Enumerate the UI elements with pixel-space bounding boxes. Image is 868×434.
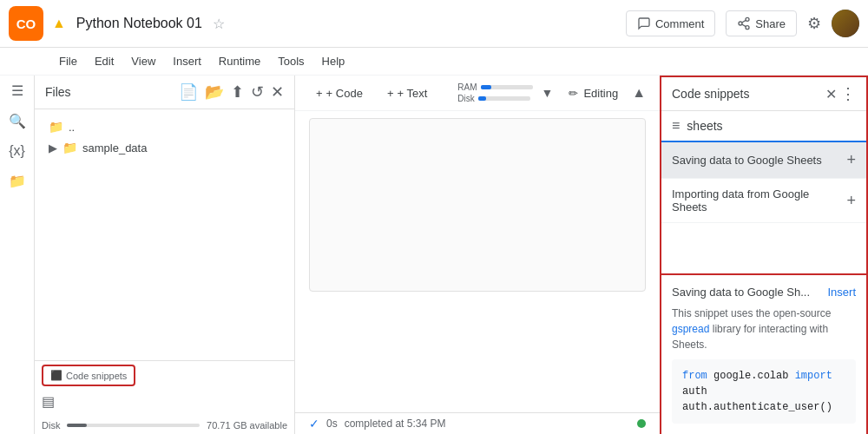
notebook-title: Python Notebook 01 [76, 16, 202, 31]
disk-progress-toolbar [478, 96, 530, 101]
hamburger-icon[interactable]: ☰ [11, 82, 23, 99]
editing-label: Editing [583, 87, 618, 100]
notebook-status-bar: ✓ 0s completed at 5:34 PM [295, 412, 660, 434]
disk-row: Disk [457, 94, 532, 103]
add-text-label: + Text [397, 87, 427, 100]
tree-item-sample-data[interactable]: ▶ 📁 sample_data [35, 137, 294, 158]
folder-icon-parent: 📁 [49, 120, 63, 134]
ram-disk-dropdown-button[interactable]: ▼ [540, 84, 556, 102]
insert-button[interactable]: Insert [827, 286, 856, 299]
status-completed: completed at 5:34 PM [345, 418, 446, 430]
add-code-button[interactable]: + + Code [309, 83, 370, 103]
snippet-item-0-label: Saving data to Google Sheets [672, 154, 822, 167]
ram-progress [481, 85, 533, 89]
notebook-cells [295, 111, 660, 412]
snippets-detail-title: Saving data to Google Sh... Insert [672, 286, 856, 299]
menu-runtime[interactable]: Runtime [212, 51, 267, 71]
settings-button[interactable]: ⚙ [807, 14, 821, 33]
snippet-item-1[interactable]: Importing data from Google Sheets + [661, 179, 866, 223]
snippets-detail: Saving data to Google Sh... Insert This … [661, 275, 866, 434]
snippets-search-input[interactable] [687, 119, 856, 133]
refresh-button[interactable]: ↺ [251, 82, 264, 102]
svg-line-4 [742, 20, 746, 23]
share-icon [737, 16, 751, 30]
status-time: 0s [326, 418, 338, 430]
disk-progress-bar [67, 424, 200, 427]
code-snippets-small-icon: ⬛ [50, 370, 62, 381]
snippets-header-actions: ✕ ⋮ [825, 84, 856, 103]
sidebar-header: Files 📄 📂 ⬆ ↺ ✕ [35, 76, 294, 109]
top-bar: CO ▲ Python Notebook 01 ☆ Comment Share … [0, 0, 868, 48]
search-icon[interactable]: 🔍 [9, 113, 26, 129]
sidebar: Files 📄 📂 ⬆ ↺ ✕ 📁 .. ▶ 📁 sample_data ⬛ [35, 76, 295, 434]
status-checkmark: ✓ [309, 417, 319, 431]
snippet-expand-0[interactable]: + [846, 151, 856, 169]
drive-icon: ▲ [52, 16, 66, 31]
notebook-toolbar: + + Code + + Text RAM Disk [295, 76, 660, 111]
comment-button[interactable]: Comment [626, 10, 715, 36]
menu-edit[interactable]: Edit [88, 51, 121, 71]
plus-code-icon: + [316, 87, 323, 100]
ram-label: RAM [457, 82, 477, 92]
snippets-panel-header: Code snippets ✕ ⋮ [661, 77, 866, 111]
folder-icon[interactable]: 📁 [9, 173, 26, 189]
chevron-up-icon[interactable]: ▲ [632, 85, 646, 101]
add-text-button[interactable]: + + Text [380, 83, 434, 103]
avatar[interactable] [832, 10, 859, 37]
colab-logo: CO [9, 6, 43, 41]
disk-label-toolbar: Disk [457, 94, 474, 103]
sidebar-header-icons: 📄 📂 ⬆ ↺ ✕ [179, 82, 284, 102]
menu-help[interactable]: Help [315, 51, 352, 71]
snippet-expand-1[interactable]: + [846, 192, 856, 210]
star-icon[interactable]: ☆ [213, 16, 225, 32]
snippets-detail-title-text: Saving data to Google Sh... [672, 286, 810, 299]
upload-button[interactable]: ⬆ [231, 82, 244, 102]
snippets-close-button[interactable]: ✕ [825, 84, 837, 103]
close-sidebar-button[interactable]: ✕ [271, 82, 284, 102]
top-bar-actions: Comment Share ⚙ [626, 10, 859, 37]
left-icon-bar: ☰ 🔍 {x} 📁 [0, 76, 35, 434]
new-folder-button[interactable]: 📂 [205, 82, 224, 102]
code-snippets-panel: Code snippets ✕ ⋮ ≡ Saving data to Googl… [660, 76, 868, 434]
chevron-right-icon: ▶ [49, 141, 57, 155]
new-file-button[interactable]: 📄 [179, 82, 198, 102]
snippets-results: Saving data to Google Sheets + Importing… [661, 142, 866, 275]
toolbar-right: RAM Disk ▼ ✏ Editing [457, 82, 646, 103]
tree-item-parent[interactable]: 📁 .. [35, 116, 294, 137]
sidebar-toolbar-icons: ▤ [42, 390, 287, 413]
gspread-link[interactable]: gspread [672, 323, 709, 335]
pencil-icon: ✏ [569, 87, 578, 100]
svg-point-2 [746, 26, 749, 30]
svg-point-1 [739, 22, 742, 25]
code-block: from google.colab import auth auth.authe… [672, 359, 856, 424]
code-line-2: auth.authenticate_user() [682, 399, 845, 415]
snippet-item-0[interactable]: Saving data to Google Sheets + [661, 142, 866, 179]
sidebar-tree: 📁 .. ▶ 📁 sample_data [35, 109, 294, 360]
menu-tools[interactable]: Tools [271, 51, 311, 71]
menu-view[interactable]: View [124, 51, 162, 71]
disk-available: 70.71 GB available [207, 420, 287, 431]
menu-file[interactable]: File [52, 51, 84, 71]
share-button[interactable]: Share [726, 10, 797, 36]
disk-label: Disk [42, 420, 60, 431]
plus-text-icon: + [387, 87, 394, 100]
filter-icon: ≡ [672, 118, 680, 134]
tree-item-parent-label: .. [69, 121, 75, 134]
variable-icon[interactable]: {x} [9, 143, 25, 159]
folder-icon-sample-data: 📁 [62, 141, 77, 155]
menu-insert[interactable]: Insert [166, 51, 208, 71]
editing-area: ✏ Editing [562, 85, 625, 102]
snippets-more-button[interactable]: ⋮ [840, 84, 856, 103]
snippet-item-1-label: Importing data from Google Sheets [672, 187, 846, 214]
disk-progress-fill [67, 424, 87, 427]
disk-progress-toolbar-fill [478, 96, 486, 101]
snippets-search: ≡ [661, 111, 866, 142]
comment-icon [637, 16, 651, 30]
ram-disk-group: RAM Disk [457, 82, 532, 103]
terminal-button[interactable]: ▤ [42, 393, 55, 410]
code-snippets-small-button[interactable]: ⬛ Code snippets [42, 365, 135, 386]
add-code-label: + Code [326, 87, 363, 100]
sidebar-bottom: ⬛ Code snippets ▤ [35, 360, 294, 417]
snippets-panel-title: Code snippets [672, 87, 750, 101]
sidebar-title: Files [45, 85, 71, 99]
